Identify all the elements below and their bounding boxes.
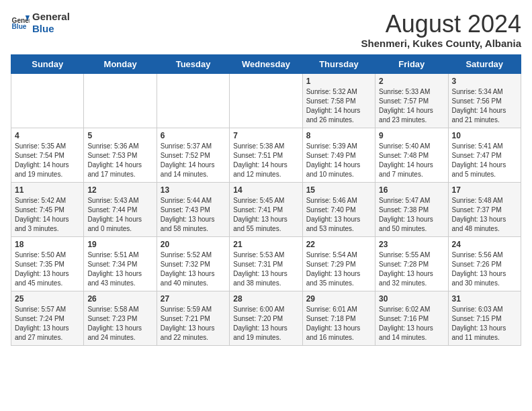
day-number: 4 <box>15 131 80 140</box>
day-info: Sunrise: 5:35 AMSunset: 7:54 PMDaylight:… <box>15 142 80 179</box>
calendar-cell: 3Sunrise: 5:34 AMSunset: 7:56 PMDaylight… <box>448 73 521 128</box>
day-info: Sunrise: 5:40 AMSunset: 7:48 PMDaylight:… <box>379 142 444 179</box>
calendar-cell: 24Sunrise: 5:56 AMSunset: 7:26 PMDayligh… <box>448 236 521 291</box>
calendar-cell: 19Sunrise: 5:51 AMSunset: 7:34 PMDayligh… <box>84 236 157 291</box>
main-title: August 2024 <box>361 11 521 38</box>
day-number: 22 <box>306 240 371 249</box>
calendar-cell: 11Sunrise: 5:42 AMSunset: 7:45 PMDayligh… <box>11 182 84 236</box>
page-header: General Blue General Blue August 2024 Sh… <box>11 11 521 49</box>
day-info: Sunrise: 5:48 AMSunset: 7:37 PMDaylight:… <box>452 196 517 234</box>
day-info: Sunrise: 5:36 AMSunset: 7:53 PMDaylight:… <box>87 142 152 179</box>
day-number: 26 <box>87 294 152 304</box>
logo-blue-text: Blue <box>32 23 70 35</box>
day-number: 23 <box>379 240 444 249</box>
calendar-cell: 28Sunrise: 6:00 AMSunset: 7:20 PMDayligh… <box>230 291 302 345</box>
calendar-cell: 22Sunrise: 5:54 AMSunset: 7:29 PMDayligh… <box>302 236 375 291</box>
day-number: 19 <box>87 240 152 249</box>
day-number: 24 <box>452 240 517 249</box>
day-number: 7 <box>233 131 298 140</box>
day-info: Sunrise: 6:00 AMSunset: 7:20 PMDaylight:… <box>233 305 298 342</box>
day-number: 13 <box>161 185 226 195</box>
calendar-cell: 20Sunrise: 5:52 AMSunset: 7:32 PMDayligh… <box>157 236 229 291</box>
calendar-cell: 2Sunrise: 5:33 AMSunset: 7:57 PMDaylight… <box>375 73 448 128</box>
calendar-cell: 14Sunrise: 5:45 AMSunset: 7:41 PMDayligh… <box>230 182 302 236</box>
day-info: Sunrise: 5:55 AMSunset: 7:28 PMDaylight:… <box>379 250 444 288</box>
logo-icon: General Blue <box>11 13 30 32</box>
day-header-sunday: Sunday <box>11 54 84 73</box>
day-info: Sunrise: 6:01 AMSunset: 7:18 PMDaylight:… <box>306 305 371 342</box>
logo: General Blue General Blue <box>11 11 70 35</box>
day-number: 16 <box>379 185 444 195</box>
day-header-monday: Monday <box>84 54 157 73</box>
calendar-cell: 9Sunrise: 5:40 AMSunset: 7:48 PMDaylight… <box>375 128 448 182</box>
day-number: 14 <box>233 185 298 195</box>
calendar-cell <box>157 73 229 128</box>
day-info: Sunrise: 6:03 AMSunset: 7:15 PMDaylight:… <box>452 305 517 342</box>
day-info: Sunrise: 5:43 AMSunset: 7:44 PMDaylight:… <box>87 196 152 234</box>
day-number: 20 <box>161 240 226 249</box>
day-info: Sunrise: 5:45 AMSunset: 7:41 PMDaylight:… <box>233 196 298 234</box>
day-number: 27 <box>161 294 226 304</box>
day-info: Sunrise: 5:46 AMSunset: 7:40 PMDaylight:… <box>306 196 371 234</box>
calendar-cell: 18Sunrise: 5:50 AMSunset: 7:35 PMDayligh… <box>11 236 84 291</box>
day-number: 21 <box>233 240 298 249</box>
day-header-wednesday: Wednesday <box>230 54 302 73</box>
day-info: Sunrise: 5:34 AMSunset: 7:56 PMDaylight:… <box>452 87 517 125</box>
calendar-cell: 6Sunrise: 5:37 AMSunset: 7:52 PMDaylight… <box>157 128 229 182</box>
calendar-table: SundayMondayTuesdayWednesdayThursdayFrid… <box>11 54 521 346</box>
day-info: Sunrise: 5:50 AMSunset: 7:35 PMDaylight:… <box>15 250 80 288</box>
day-header-tuesday: Tuesday <box>157 54 229 73</box>
calendar-cell: 23Sunrise: 5:55 AMSunset: 7:28 PMDayligh… <box>375 236 448 291</box>
day-number: 10 <box>452 131 517 140</box>
day-number: 11 <box>15 185 80 195</box>
subtitle: Shenmeri, Kukes County, Albania <box>361 38 521 49</box>
day-number: 30 <box>379 294 444 304</box>
calendar-cell: 5Sunrise: 5:36 AMSunset: 7:53 PMDaylight… <box>84 128 157 182</box>
day-number: 15 <box>306 185 371 195</box>
day-info: Sunrise: 5:42 AMSunset: 7:45 PMDaylight:… <box>15 196 80 234</box>
logo-general-text: General <box>32 11 70 23</box>
day-info: Sunrise: 5:38 AMSunset: 7:51 PMDaylight:… <box>233 142 298 179</box>
day-header-friday: Friday <box>375 54 448 73</box>
calendar-cell: 17Sunrise: 5:48 AMSunset: 7:37 PMDayligh… <box>448 182 521 236</box>
day-header-saturday: Saturday <box>448 54 521 73</box>
day-number: 25 <box>15 294 80 304</box>
day-number: 9 <box>379 131 444 140</box>
calendar-cell: 15Sunrise: 5:46 AMSunset: 7:40 PMDayligh… <box>302 182 375 236</box>
svg-text:Blue: Blue <box>12 23 27 30</box>
day-info: Sunrise: 5:33 AMSunset: 7:57 PMDaylight:… <box>379 87 444 125</box>
title-area: August 2024 Shenmeri, Kukes County, Alba… <box>361 11 521 49</box>
day-info: Sunrise: 5:52 AMSunset: 7:32 PMDaylight:… <box>161 250 226 288</box>
day-number: 8 <box>306 131 371 140</box>
day-info: Sunrise: 5:41 AMSunset: 7:47 PMDaylight:… <box>452 142 517 179</box>
calendar-cell: 12Sunrise: 5:43 AMSunset: 7:44 PMDayligh… <box>84 182 157 236</box>
day-number: 29 <box>306 294 371 304</box>
day-info: Sunrise: 5:58 AMSunset: 7:23 PMDaylight:… <box>87 305 152 342</box>
calendar-cell: 10Sunrise: 5:41 AMSunset: 7:47 PMDayligh… <box>448 128 521 182</box>
calendar-cell <box>230 73 302 128</box>
calendar-cell: 21Sunrise: 5:53 AMSunset: 7:31 PMDayligh… <box>230 236 302 291</box>
day-info: Sunrise: 6:02 AMSunset: 7:16 PMDaylight:… <box>379 305 444 342</box>
day-number: 28 <box>233 294 298 304</box>
day-number: 3 <box>452 77 517 86</box>
day-number: 1 <box>306 77 371 86</box>
calendar-cell: 29Sunrise: 6:01 AMSunset: 7:18 PMDayligh… <box>302 291 375 345</box>
day-info: Sunrise: 5:53 AMSunset: 7:31 PMDaylight:… <box>233 250 298 288</box>
day-info: Sunrise: 5:39 AMSunset: 7:49 PMDaylight:… <box>306 142 371 179</box>
day-info: Sunrise: 5:47 AMSunset: 7:38 PMDaylight:… <box>379 196 444 234</box>
calendar-cell: 16Sunrise: 5:47 AMSunset: 7:38 PMDayligh… <box>375 182 448 236</box>
calendar-cell: 27Sunrise: 5:59 AMSunset: 7:21 PMDayligh… <box>157 291 229 345</box>
day-number: 12 <box>87 185 152 195</box>
calendar-cell <box>11 73 84 128</box>
day-number: 6 <box>161 131 226 140</box>
calendar-cell: 26Sunrise: 5:58 AMSunset: 7:23 PMDayligh… <box>84 291 157 345</box>
calendar-cell: 25Sunrise: 5:57 AMSunset: 7:24 PMDayligh… <box>11 291 84 345</box>
day-info: Sunrise: 5:32 AMSunset: 7:58 PMDaylight:… <box>306 87 371 125</box>
day-info: Sunrise: 5:57 AMSunset: 7:24 PMDaylight:… <box>15 305 80 342</box>
calendar-cell: 31Sunrise: 6:03 AMSunset: 7:15 PMDayligh… <box>448 291 521 345</box>
day-info: Sunrise: 5:44 AMSunset: 7:43 PMDaylight:… <box>161 196 226 234</box>
day-info: Sunrise: 5:54 AMSunset: 7:29 PMDaylight:… <box>306 250 371 288</box>
day-info: Sunrise: 5:51 AMSunset: 7:34 PMDaylight:… <box>87 250 152 288</box>
day-info: Sunrise: 5:56 AMSunset: 7:26 PMDaylight:… <box>452 250 517 288</box>
calendar-cell: 8Sunrise: 5:39 AMSunset: 7:49 PMDaylight… <box>302 128 375 182</box>
